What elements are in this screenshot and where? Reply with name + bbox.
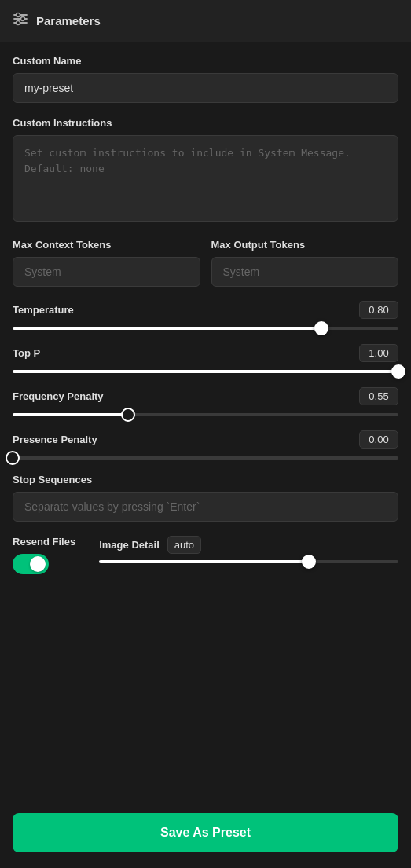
frequency-penalty-thumb[interactable] (121, 408, 135, 422)
header-title: Parameters (36, 14, 101, 27)
custom-name-field: Custom Name (13, 55, 398, 103)
image-detail-thumb[interactable] (302, 555, 316, 569)
presence-penalty-value: 0.00 (359, 430, 398, 449)
resend-files-label: Resend Files (13, 536, 75, 548)
max-context-tokens-field: Max Context Tokens (13, 239, 200, 287)
save-button-container: Save As Preset (0, 804, 411, 868)
frequency-penalty-value: 0.55 (359, 387, 398, 405)
content-area: Custom Name Custom Instructions Max Cont… (0, 42, 411, 804)
top-p-value: 1.00 (359, 344, 398, 362)
max-context-label: Max Context Tokens (13, 239, 200, 251)
svg-point-3 (17, 13, 20, 17)
custom-instructions-input[interactable] (13, 135, 398, 222)
custom-name-input[interactable] (13, 73, 398, 103)
image-detail-track[interactable] (99, 560, 398, 563)
presence-penalty-label: Presence Penalty (13, 434, 97, 445)
image-detail-field: Image Detail auto (99, 536, 398, 563)
max-tokens-row: Max Context Tokens Max Output Tokens (13, 239, 398, 287)
image-detail-label: Image Detail (99, 539, 160, 551)
temperature-value: 0.80 (359, 301, 398, 319)
temperature-slider-row: Temperature 0.80 (13, 301, 398, 330)
top-p-fill (13, 370, 398, 373)
frequency-penalty-label: Frequency Penalty (13, 390, 104, 402)
svg-point-4 (21, 17, 25, 21)
max-output-tokens-field: Max Output Tokens (211, 239, 399, 287)
top-p-slider-row: Top P 1.00 (13, 344, 398, 373)
custom-name-label: Custom Name (13, 55, 398, 67)
toggle-knob (30, 556, 46, 572)
frequency-penalty-slider-row: Frequency Penalty 0.55 (13, 387, 398, 416)
stop-sequences-field: Stop Sequences (13, 474, 398, 522)
top-p-label: Top P (13, 347, 40, 359)
frequency-penalty-fill (13, 413, 128, 416)
presence-penalty-track[interactable] (13, 456, 398, 460)
svg-point-5 (17, 21, 20, 25)
presence-penalty-thumb[interactable] (6, 451, 20, 465)
frequency-penalty-track[interactable] (13, 413, 398, 416)
max-output-input[interactable] (211, 257, 399, 287)
bottom-options-row: Resend Files Image Detail auto (13, 536, 398, 574)
temperature-track[interactable] (13, 327, 398, 330)
temperature-thumb[interactable] (314, 321, 328, 335)
stop-sequences-label: Stop Sequences (13, 474, 398, 485)
image-detail-fill (99, 560, 309, 563)
parameters-icon (13, 11, 28, 31)
resend-files-field: Resend Files (13, 536, 75, 574)
custom-instructions-label: Custom Instructions (13, 117, 398, 129)
panel-header: Parameters (0, 0, 411, 42)
max-output-label: Max Output Tokens (211, 239, 399, 251)
presence-penalty-slider-row: Presence Penalty 0.00 (13, 430, 398, 460)
max-context-input[interactable] (13, 257, 200, 287)
stop-sequences-input[interactable] (13, 492, 398, 522)
temperature-label: Temperature (13, 304, 74, 316)
save-as-preset-button[interactable]: Save As Preset (13, 813, 398, 852)
image-detail-value: auto (167, 536, 201, 554)
top-p-track[interactable] (13, 370, 398, 373)
top-p-thumb[interactable] (391, 364, 405, 379)
resend-files-toggle[interactable] (13, 554, 49, 574)
temperature-fill (13, 327, 321, 330)
custom-instructions-field: Custom Instructions (13, 117, 398, 225)
